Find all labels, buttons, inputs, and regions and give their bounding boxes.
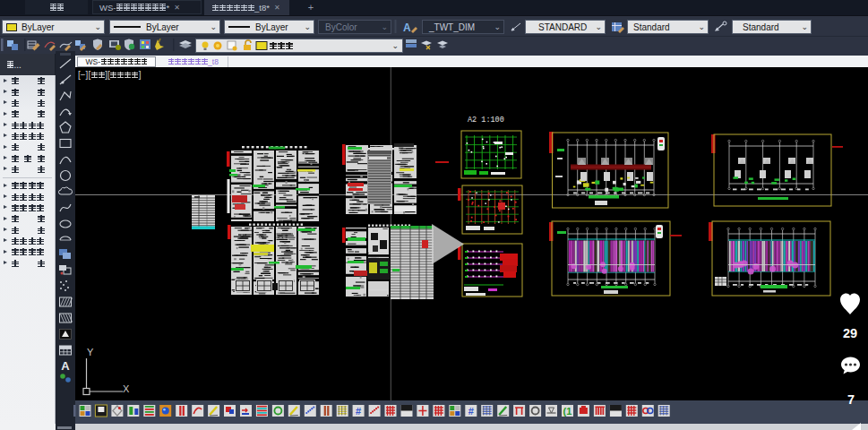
svg-text:29: 29 [843,326,857,340]
svg-text:7: 7 [847,392,855,407]
